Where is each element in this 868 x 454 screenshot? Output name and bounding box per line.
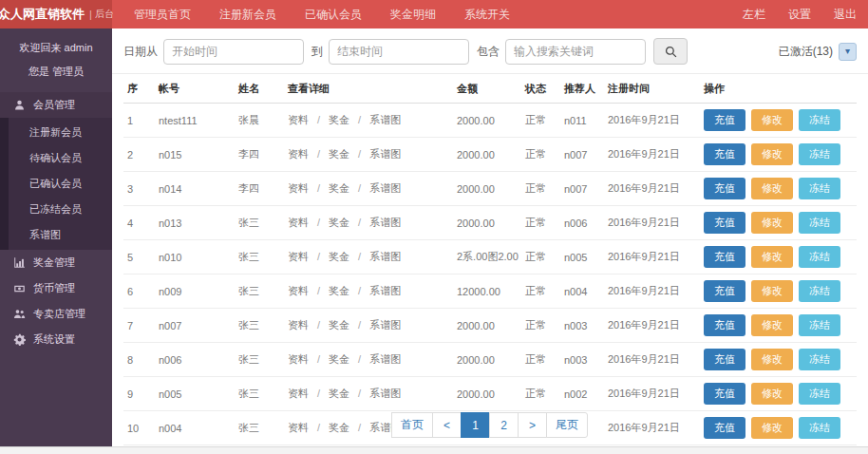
table-row: 1 ntest111 张晨 资料/奖金/系谱图 2000.00 正常 n011 … (123, 104, 857, 138)
modify-button[interactable]: 修改 (751, 383, 793, 405)
date-to-input[interactable] (329, 39, 469, 65)
profile-link[interactable]: 资料 (288, 319, 309, 331)
cell-index: 1 (123, 104, 155, 138)
profile-link[interactable]: 资料 (288, 114, 309, 125)
recharge-button[interactable]: 充值 (704, 246, 745, 268)
recharge-button[interactable]: 充值 (704, 109, 745, 131)
topbar-right-nav-item[interactable]: 设置 (777, 0, 822, 28)
recharge-button[interactable]: 充值 (704, 383, 745, 405)
bonus-link[interactable]: 奖金 (329, 388, 349, 399)
topbar-right-nav-item[interactable]: 退出 (822, 0, 868, 28)
modify-button[interactable]: 修改 (751, 109, 793, 131)
pagination-item[interactable]: < (432, 412, 462, 438)
recharge-button[interactable]: 充值 (704, 280, 745, 302)
search-button[interactable] (653, 38, 688, 65)
profile-link[interactable]: 资料 (288, 285, 309, 296)
sidebar-subitem[interactable]: 系谱图 (9, 222, 112, 248)
modify-button[interactable]: 修改 (751, 178, 793, 199)
pagination-item[interactable]: > (518, 412, 547, 438)
topbar-nav-item[interactable]: 已确认会员 (291, 0, 376, 28)
date-from-input[interactable] (163, 39, 304, 65)
genealogy-link[interactable]: 系谱图 (369, 251, 401, 262)
topbar-nav-item[interactable]: 管理员首页 (120, 0, 205, 28)
bonus-link[interactable]: 奖金 (329, 319, 349, 331)
freeze-button[interactable]: 冻结 (799, 109, 840, 131)
sidebar-subitem[interactable]: 注册新会员 (9, 120, 112, 145)
status-filter-dropdown[interactable]: ▾ (839, 43, 857, 61)
genealogy-link[interactable]: 系谱图 (369, 148, 401, 160)
brand-suffix: 后台 (95, 8, 114, 21)
members-table-wrap: 序 帐号 姓名 查看详细 金额 状态 推荐人 注册时间 操作 (112, 74, 868, 407)
profile-link[interactable]: 资料 (288, 388, 309, 399)
topbar-nav-item[interactable]: 注册新会员 (205, 0, 291, 28)
modify-button[interactable]: 修改 (751, 280, 793, 302)
col-account: 帐号 (155, 74, 235, 104)
genealogy-link[interactable]: 系谱图 (369, 182, 401, 194)
pagination-item[interactable]: 1 (461, 412, 490, 438)
filter-bar: 日期从 到 包含 已激活(13) ▾ (112, 28, 868, 74)
topbar-nav-item[interactable]: 奖金明细 (376, 0, 450, 28)
cell-account: n013 (155, 206, 235, 240)
sidebar-item-system-settings[interactable]: 系统设置 (0, 327, 112, 352)
detail-separator: / (317, 182, 320, 194)
recharge-button[interactable]: 充值 (704, 143, 745, 165)
freeze-button[interactable]: 冻结 (799, 383, 840, 405)
recharge-button[interactable]: 充值 (704, 314, 745, 336)
detail-separator: / (358, 388, 361, 399)
profile-link[interactable]: 资料 (288, 182, 309, 194)
pagination-item[interactable]: 尾页 (546, 412, 588, 438)
modify-button[interactable]: 修改 (751, 212, 793, 234)
modify-button[interactable]: 修改 (751, 246, 793, 268)
bonus-link[interactable]: 奖金 (329, 182, 349, 194)
modify-button[interactable]: 修改 (751, 349, 793, 370)
bonus-link[interactable]: 奖金 (329, 148, 349, 160)
recharge-button[interactable]: 充值 (704, 178, 745, 199)
bonus-link[interactable]: 奖金 (329, 114, 349, 125)
keyword-search-input[interactable] (505, 39, 646, 65)
genealogy-link[interactable]: 系谱图 (369, 353, 401, 365)
freeze-button[interactable]: 冻结 (799, 280, 840, 302)
sidebar-subitem[interactable]: 已确认会员 (9, 171, 112, 197)
bonus-link[interactable]: 奖金 (329, 217, 349, 228)
bonus-link[interactable]: 奖金 (329, 251, 349, 262)
modify-button[interactable]: 修改 (751, 314, 793, 336)
sidebar-subitem[interactable]: 待确认会员 (9, 145, 112, 171)
topbar-right-nav-item[interactable]: 左栏 (731, 0, 777, 28)
profile-link[interactable]: 资料 (288, 148, 309, 160)
freeze-button[interactable]: 冻结 (799, 314, 840, 336)
recharge-button[interactable]: 充值 (704, 349, 745, 370)
pagination-item[interactable]: 2 (489, 412, 519, 438)
genealogy-link[interactable]: 系谱图 (369, 114, 401, 125)
genealogy-link[interactable]: 系谱图 (369, 285, 401, 296)
sidebar-item-store-management[interactable]: 专卖店管理 (0, 301, 112, 327)
cell-operations: 充值修改冻结 (700, 206, 857, 240)
profile-link[interactable]: 资料 (288, 251, 309, 262)
cell-details: 资料/奖金/系谱图 (284, 274, 453, 309)
cell-referrer: n003 (560, 309, 604, 343)
modify-button[interactable]: 修改 (751, 143, 793, 165)
freeze-button[interactable]: 冻结 (799, 178, 840, 199)
cell-register-time: 2016年9月21日 (604, 309, 700, 343)
detail-separator: / (358, 353, 361, 365)
sidebar-item-member-management[interactable]: 会员管理 (0, 92, 112, 118)
genealogy-link[interactable]: 系谱图 (369, 388, 401, 399)
sidebar-subitem[interactable]: 已冻结会员 (9, 197, 112, 222)
cell-index: 4 (123, 206, 155, 240)
recharge-button[interactable]: 充值 (704, 212, 745, 234)
genealogy-link[interactable]: 系谱图 (369, 319, 401, 331)
topbar-nav-item[interactable]: 系统开关 (450, 0, 524, 28)
freeze-button[interactable]: 冻结 (799, 212, 840, 234)
profile-link[interactable]: 资料 (288, 217, 309, 228)
freeze-button[interactable]: 冻结 (799, 349, 840, 370)
pagination-item[interactable]: 首页 (391, 412, 433, 438)
freeze-button[interactable]: 冻结 (799, 143, 840, 165)
sidebar-item-currency-management[interactable]: 货币管理 (0, 275, 112, 301)
genealogy-link[interactable]: 系谱图 (369, 217, 401, 228)
sidebar-item-bonus-management[interactable]: 奖金管理 (0, 250, 112, 275)
freeze-button[interactable]: 冻结 (799, 246, 840, 268)
profile-link[interactable]: 资料 (288, 353, 309, 365)
bonus-link[interactable]: 奖金 (329, 353, 349, 365)
detail-separator: / (358, 285, 361, 296)
cell-status: 正常 (521, 138, 560, 172)
bonus-link[interactable]: 奖金 (329, 285, 349, 296)
